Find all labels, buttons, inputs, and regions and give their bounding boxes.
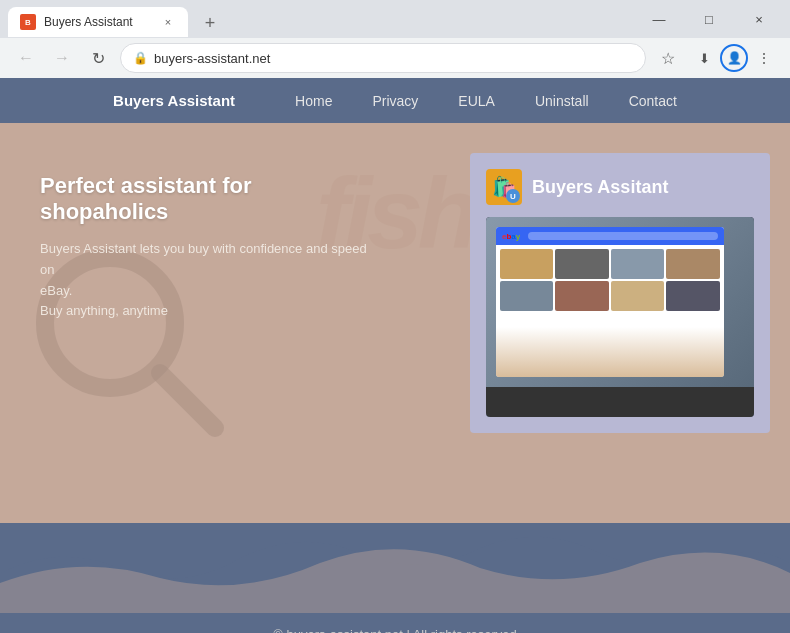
reload-button[interactable]: ↻ xyxy=(84,44,112,72)
laptop-sim: ebay xyxy=(486,217,754,417)
footer-text: © buyers-assistant.net | All rights rese… xyxy=(273,627,516,633)
ebay-logo: ebay xyxy=(502,232,520,241)
browser-chrome: B Buyers Assistant × + — □ × ← → ↻ 🔒 buy… xyxy=(0,0,790,78)
hero-right: 🛍️ U Buyers Assitant ebay xyxy=(470,153,770,433)
address-bar-input[interactable]: 🔒 buyers-assistant.net xyxy=(120,43,646,73)
product-card-title: Buyers Assitant xyxy=(532,177,668,198)
product-icon-badge: U xyxy=(506,189,520,203)
screen-sim: ebay xyxy=(496,227,724,377)
product-thumb xyxy=(555,249,608,279)
product-thumb xyxy=(555,281,608,311)
nav-contact[interactable]: Contact xyxy=(629,93,677,109)
hero-desc-line1: Buyers Assistant lets you buy with confi… xyxy=(40,241,367,277)
nav-eula[interactable]: EULA xyxy=(458,93,495,109)
tab-title: Buyers Assistant xyxy=(44,15,152,29)
maximize-button[interactable]: □ xyxy=(686,5,732,33)
toolbar-right: ⬇ 👤 ⋮ xyxy=(690,44,778,72)
ebay-bar: ebay xyxy=(496,227,724,245)
product-thumb xyxy=(666,281,719,311)
product-grid xyxy=(496,245,724,315)
back-button[interactable]: ← xyxy=(12,44,40,72)
hero-left: Perfect assistant for shopaholics Buyers… xyxy=(40,163,380,322)
profile-icon: 👤 xyxy=(727,51,742,65)
wave-section xyxy=(0,523,790,613)
window-controls: — □ × xyxy=(636,5,782,33)
svg-line-1 xyxy=(160,373,215,428)
url-text: buyers-assistant.net xyxy=(154,51,633,66)
address-bar: ← → ↻ 🔒 buyers-assistant.net ☆ ⬇ 👤 ⋮ xyxy=(0,38,790,78)
product-card-header: 🛍️ U Buyers Assitant xyxy=(486,169,754,205)
minimize-button[interactable]: — xyxy=(636,5,682,33)
nav-home[interactable]: Home xyxy=(295,93,332,109)
hero-desc: Buyers Assistant lets you buy with confi… xyxy=(40,239,380,322)
product-card: 🛍️ U Buyers Assitant ebay xyxy=(470,153,770,433)
profile-button[interactable]: 👤 xyxy=(720,44,748,72)
download-icon: ⬇ xyxy=(699,51,710,66)
forward-button[interactable]: → xyxy=(48,44,76,72)
bookmark-button[interactable]: ☆ xyxy=(654,44,682,72)
nav-privacy[interactable]: Privacy xyxy=(372,93,418,109)
active-tab[interactable]: B Buyers Assistant × xyxy=(8,7,188,37)
lock-icon: 🔒 xyxy=(133,51,148,65)
product-thumb xyxy=(666,249,719,279)
wave-svg xyxy=(0,523,790,613)
download-button[interactable]: ⬇ xyxy=(690,44,718,72)
new-tab-button[interactable]: + xyxy=(196,9,224,37)
product-thumb xyxy=(500,281,553,311)
hero-desc-line3: Buy anything, anytime xyxy=(40,303,168,318)
more-button[interactable]: ⋮ xyxy=(750,44,778,72)
close-button[interactable]: × xyxy=(736,5,782,33)
hero-desc-line2: eBay. xyxy=(40,283,72,298)
product-thumb xyxy=(500,249,553,279)
site-brand: Buyers Assistant xyxy=(113,92,235,109)
more-icon: ⋮ xyxy=(757,50,771,66)
tab-favicon: B xyxy=(20,14,36,30)
nav-uninstall[interactable]: Uninstall xyxy=(535,93,589,109)
site-nav: Buyers Assistant Home Privacy EULA Unins… xyxy=(0,78,790,123)
product-icon: 🛍️ U xyxy=(486,169,522,205)
hero-title: Perfect assistant for shopaholics xyxy=(40,173,380,225)
website-content: Buyers Assistant Home Privacy EULA Unins… xyxy=(0,78,790,633)
tab-close-button[interactable]: × xyxy=(160,14,176,30)
product-thumb xyxy=(611,249,664,279)
hero-section: fish Perfect assistant for shopaholics B… xyxy=(0,123,790,523)
site-footer: © buyers-assistant.net | All rights rese… xyxy=(0,613,790,633)
product-screenshot: ebay xyxy=(486,217,754,417)
product-thumb xyxy=(611,281,664,311)
title-bar: B Buyers Assistant × + — □ × xyxy=(0,0,790,38)
